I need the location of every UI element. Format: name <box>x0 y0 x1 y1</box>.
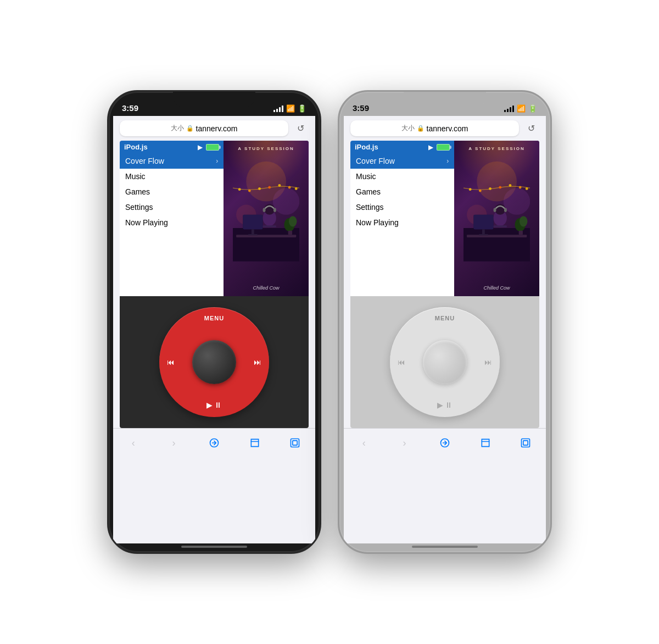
click-wheel-red[interactable]: MENU ⏮ ⏭ ▶ ⏸ <box>159 307 269 417</box>
signal-bar-4 <box>282 106 283 112</box>
url-text-silver: tannerv.com <box>427 124 468 133</box>
menu-item-label-nowplaying: Now Playing <box>125 218 168 227</box>
click-wheel-silver[interactable]: MENU ⏮ ⏭ ▶ ⏸ <box>390 307 500 417</box>
forward-button[interactable]: › <box>164 433 183 453</box>
svg-rect-4 <box>236 235 296 237</box>
signal-bars-silver <box>504 106 514 112</box>
svg-rect-13 <box>263 225 276 227</box>
menu-item-music[interactable]: Music <box>120 169 224 184</box>
ipod-screen-area-silver: iPod.js ▶ Cover Flow › <box>350 141 539 296</box>
home-indicator-black <box>181 546 247 548</box>
wheel-next-button[interactable]: ⏭ <box>254 358 261 367</box>
cover-art-svg <box>233 158 299 279</box>
share-button-silver[interactable] <box>435 433 455 453</box>
battery-icon-status: 🔋 <box>298 104 306 113</box>
signal-bar-2 <box>276 109 278 112</box>
back-button-silver[interactable]: ‹ <box>354 433 374 453</box>
bookmarks-button-silver[interactable] <box>476 433 495 453</box>
menu-item-label-settings-silver: Settings <box>356 203 384 212</box>
tabs-button-silver[interactable] <box>516 433 535 453</box>
back-button[interactable]: ‹ <box>124 433 143 453</box>
notch-black <box>173 92 255 107</box>
battery-indicator-silver <box>437 144 450 151</box>
signal-bar-1 <box>273 110 275 112</box>
svg-point-16 <box>258 187 261 190</box>
menu-chevron-coverflow: › <box>216 157 218 165</box>
menu-empty-space-silver <box>350 230 454 296</box>
menu-item-label-nowplaying-silver: Now Playing <box>356 218 399 227</box>
tabs-button[interactable] <box>285 433 305 453</box>
url-field-black[interactable]: 大小 🔒 tannerv.com <box>120 120 288 136</box>
phone-silver: 3:59 📶 🔋 大小 🔒 tanne <box>338 90 552 554</box>
menu-item-coverflow-silver[interactable]: Cover Flow › <box>350 153 454 169</box>
battery-fill <box>206 145 216 150</box>
menu-item-music-silver[interactable]: Music <box>350 169 454 184</box>
wheel-play-button[interactable]: ▶ ⏸ <box>206 401 222 409</box>
url-field-silver[interactable]: 大小 🔒 tannerv.com <box>350 120 519 136</box>
url-bar-silver: 大小 🔒 tannerv.com ↺ <box>344 116 546 141</box>
battery-indicator <box>206 144 219 151</box>
signal-bars-black <box>273 106 283 112</box>
ipod-title-silver: iPod.js <box>355 143 378 151</box>
cover-art-svg-silver <box>463 158 530 279</box>
svg-point-41 <box>479 190 482 192</box>
menu-item-coverflow[interactable]: Cover Flow › <box>120 153 224 169</box>
svg-point-43 <box>499 186 501 189</box>
svg-rect-7 <box>252 230 254 235</box>
browser-bottom-black: ‹ › <box>113 428 315 466</box>
svg-rect-32 <box>473 215 493 230</box>
cover-illustration-silver <box>460 151 534 285</box>
svg-point-22 <box>289 216 297 226</box>
wheel-prev-button[interactable]: ⏮ <box>167 358 175 367</box>
svg-point-20 <box>295 187 298 190</box>
cover-illustration <box>229 151 303 285</box>
wifi-icon-silver: 📶 <box>517 104 526 113</box>
ipod-header-icons: ▶ <box>198 143 219 151</box>
svg-point-42 <box>489 187 492 190</box>
ipod-cover-black: A STUDY SESSION <box>224 141 309 296</box>
signal-bar-s2 <box>507 109 509 112</box>
forward-button-silver[interactable]: › <box>394 433 414 453</box>
status-time-black: 3:59 <box>122 103 138 113</box>
lock-icon-silver: 🔒 <box>417 125 425 132</box>
menu-item-games[interactable]: Games <box>120 184 224 199</box>
play-icon-header-silver: ▶ <box>428 143 433 151</box>
svg-point-44 <box>509 184 511 187</box>
menu-item-games-silver[interactable]: Games <box>350 184 454 199</box>
signal-bar-s3 <box>510 107 511 112</box>
center-button-silver[interactable] <box>423 340 467 384</box>
cover-art-bg-silver: A STUDY SESSION <box>454 141 539 296</box>
wheel-next-button-silver[interactable]: ⏭ <box>484 358 492 367</box>
wheel-menu-label-silver[interactable]: MENU <box>435 315 455 321</box>
menu-item-settings[interactable]: Settings <box>120 199 224 215</box>
url-text: tannerv.com <box>196 124 238 133</box>
menu-item-nowplaying-silver[interactable]: Now Playing <box>350 215 454 230</box>
menu-item-label-music-silver: Music <box>356 172 376 181</box>
cover-title-bottom: Chilled Cow <box>253 285 280 291</box>
svg-point-14 <box>238 188 241 191</box>
wheel-play-button-silver[interactable]: ▶ ⏸ <box>437 401 453 409</box>
wifi-icon: 📶 <box>286 104 295 113</box>
cover-art-bg: A STUDY SESSION <box>224 141 309 296</box>
reload-button-silver[interactable]: ↺ <box>523 121 539 136</box>
bookmarks-button[interactable] <box>245 433 265 453</box>
share-button[interactable] <box>204 433 224 453</box>
svg-point-18 <box>278 184 281 187</box>
svg-rect-38 <box>504 208 507 212</box>
menu-item-nowplaying[interactable]: Now Playing <box>120 215 224 230</box>
status-icons-silver: 📶 🔋 <box>504 104 537 113</box>
menu-item-settings-silver[interactable]: Settings <box>350 199 454 215</box>
svg-rect-23 <box>288 231 292 235</box>
reload-button[interactable]: ↺ <box>293 121 309 136</box>
signal-bar-s4 <box>512 106 514 112</box>
screen-silver: 大小 🔒 tannerv.com ↺ iPod.js <box>344 116 546 543</box>
svg-point-46 <box>526 187 528 190</box>
svg-rect-37 <box>494 208 496 212</box>
wheel-prev-button-silver[interactable]: ⏮ <box>398 358 405 367</box>
wheel-menu-label[interactable]: MENU <box>204 315 224 321</box>
center-button-red[interactable] <box>192 340 236 384</box>
svg-point-48 <box>520 216 528 226</box>
battery-icon-silver: 🔋 <box>528 104 537 113</box>
status-time-silver: 3:59 <box>353 103 369 113</box>
screen-black: 大小 🔒 tannerv.com ↺ iPod.js <box>113 116 315 543</box>
